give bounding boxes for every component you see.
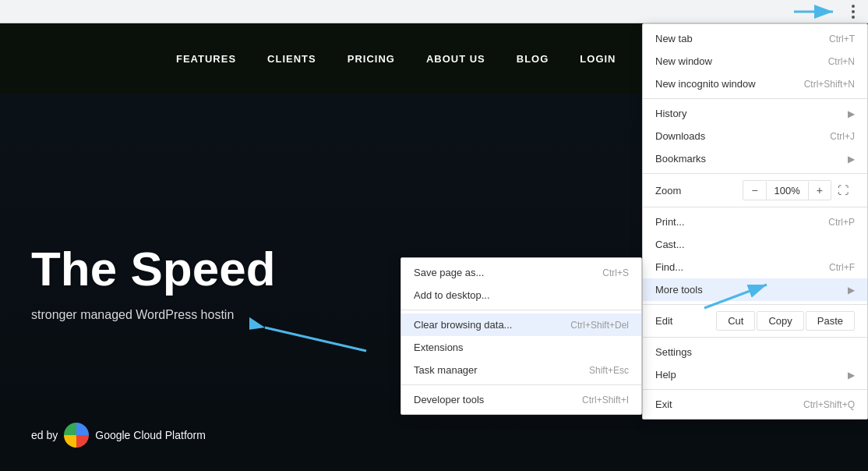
save-page-shortcut: Ctrl+S [602, 267, 629, 278]
dot-1 [852, 5, 855, 8]
find-label: Find... [655, 261, 683, 273]
extensions-item[interactable]: Extensions [401, 336, 641, 359]
edit-row: Edit Cut Copy Paste [643, 308, 867, 334]
settings-label: Settings [655, 346, 692, 358]
zoom-label: Zoom [655, 185, 743, 197]
nav-about[interactable]: ABOUT US [426, 53, 485, 65]
zoom-minus-button[interactable]: − [743, 181, 765, 200]
dot-2 [852, 10, 855, 13]
developer-tools-label: Developer tools [414, 394, 484, 405]
more-tools-arrow-icon: ▶ [848, 285, 855, 296]
google-logo-icon [64, 423, 89, 448]
more-tools-item[interactable]: More tools ▶ [643, 278, 867, 301]
print-item[interactable]: Print... Ctrl+P [643, 211, 867, 233]
edit-buttons-group: Cut Copy Paste [716, 311, 855, 331]
print-label: Print... [655, 216, 685, 228]
settings-item[interactable]: Settings [643, 341, 867, 363]
task-manager-shortcut: Shift+Esc [589, 365, 629, 376]
incognito-item[interactable]: New incognito window Ctrl+Shift+N [643, 73, 867, 95]
save-page-item[interactable]: Save page as... Ctrl+S [401, 261, 641, 284]
new-window-item[interactable]: New window Ctrl+N [643, 50, 867, 73]
exit-shortcut: Ctrl+Shift+Q [803, 399, 855, 410]
print-shortcut: Ctrl+P [828, 217, 855, 228]
menu-section-history: History ▶ Downloads Ctrl+J Bookmarks ▶ [643, 99, 867, 174]
menu-section-exit: Exit Ctrl+Shift+Q [643, 390, 867, 419]
bookmarks-item[interactable]: Bookmarks ▶ [643, 147, 867, 170]
new-tab-label: New tab [655, 33, 693, 44]
clear-browsing-item[interactable]: Clear browsing data... Ctrl+Shift+Del [401, 313, 641, 336]
clear-browsing-label: Clear browsing data... [414, 319, 512, 331]
google-cloud-text: Google Cloud Platform [95, 429, 206, 441]
cast-label: Cast... [655, 239, 685, 250]
edit-label: Edit [655, 315, 716, 327]
history-arrow-icon: ▶ [848, 108, 855, 119]
bookmarks-label: Bookmarks [655, 153, 706, 165]
chrome-menu-button[interactable] [845, 3, 862, 20]
cut-button[interactable]: Cut [716, 311, 755, 331]
more-tools-submenu: Save page as... Ctrl+S Add to desktop...… [400, 257, 642, 415]
save-page-label: Save page as... [414, 267, 484, 278]
zoom-controls: − 100% + [743, 180, 831, 200]
new-tab-item[interactable]: New tab Ctrl+T [643, 27, 867, 50]
task-manager-label: Task manager [414, 364, 478, 376]
new-tab-shortcut: Ctrl+T [829, 34, 855, 44]
incognito-label: New incognito window [655, 78, 756, 90]
google-cloud-badge: ed by Google Cloud Platform [31, 423, 206, 448]
paste-button[interactable]: Paste [806, 311, 855, 331]
dot-3 [852, 16, 855, 19]
powered-by-text: ed by [31, 429, 58, 441]
downloads-shortcut: Ctrl+J [830, 131, 855, 142]
menu-section-zoom: Zoom − 100% + ⛶ [643, 174, 867, 207]
exit-item[interactable]: Exit Ctrl+Shift+Q [643, 393, 867, 416]
developer-tools-shortcut: Ctrl+Shift+I [582, 395, 629, 405]
exit-label: Exit [655, 398, 672, 410]
nav-features[interactable]: FEATURES [176, 53, 236, 65]
nav-blog[interactable]: BLOG [517, 53, 549, 65]
zoom-row: Zoom − 100% + ⛶ [643, 177, 867, 204]
add-desktop-label: Add to desktop... [414, 289, 490, 301]
task-manager-item[interactable]: Task manager Shift+Esc [401, 359, 641, 381]
downloads-item[interactable]: Downloads Ctrl+J [643, 125, 867, 147]
help-arrow-icon: ▶ [848, 370, 855, 381]
nav-pricing[interactable]: PRICING [348, 53, 395, 65]
downloads-label: Downloads [655, 130, 705, 142]
find-shortcut: Ctrl+F [829, 262, 855, 273]
extensions-label: Extensions [414, 342, 464, 353]
more-tools-label: More tools [655, 284, 703, 296]
history-item[interactable]: History ▶ [643, 102, 867, 125]
zoom-plus-button[interactable]: + [809, 181, 831, 200]
history-label: History [655, 108, 686, 119]
menu-section-settings: Settings Help ▶ [643, 338, 867, 390]
nav-clients[interactable]: CLIENTS [267, 53, 316, 65]
zoom-fullscreen-button[interactable]: ⛶ [831, 181, 855, 200]
cast-item[interactable]: Cast... [643, 233, 867, 256]
menu-section-tools: Print... Ctrl+P Cast... Find... Ctrl+F M… [643, 207, 867, 305]
menu-section-edit: Edit Cut Copy Paste [643, 305, 867, 338]
nav-login[interactable]: LOGIN [580, 53, 616, 65]
new-window-label: New window [655, 55, 712, 67]
developer-tools-item[interactable]: Developer tools Ctrl+Shift+I [401, 388, 641, 411]
clear-browsing-shortcut: Ctrl+Shift+Del [570, 320, 629, 331]
arrow-top-annotation [786, 0, 849, 23]
find-item[interactable]: Find... Ctrl+F [643, 256, 867, 278]
zoom-value-display: 100% [766, 182, 809, 200]
copy-button[interactable]: Copy [757, 311, 803, 331]
help-label: Help [655, 369, 676, 381]
add-to-desktop-item[interactable]: Add to desktop... [401, 284, 641, 306]
browser-bar [0, 0, 868, 23]
bookmarks-arrow-icon: ▶ [848, 154, 855, 165]
menu-section-new: New tab Ctrl+T New window Ctrl+N New inc… [643, 24, 867, 99]
help-item[interactable]: Help ▶ [643, 363, 867, 386]
new-window-shortcut: Ctrl+N [828, 56, 855, 67]
incognito-shortcut: Ctrl+Shift+N [804, 79, 855, 90]
chrome-dropdown-menu: New tab Ctrl+T New window Ctrl+N New inc… [642, 23, 868, 420]
